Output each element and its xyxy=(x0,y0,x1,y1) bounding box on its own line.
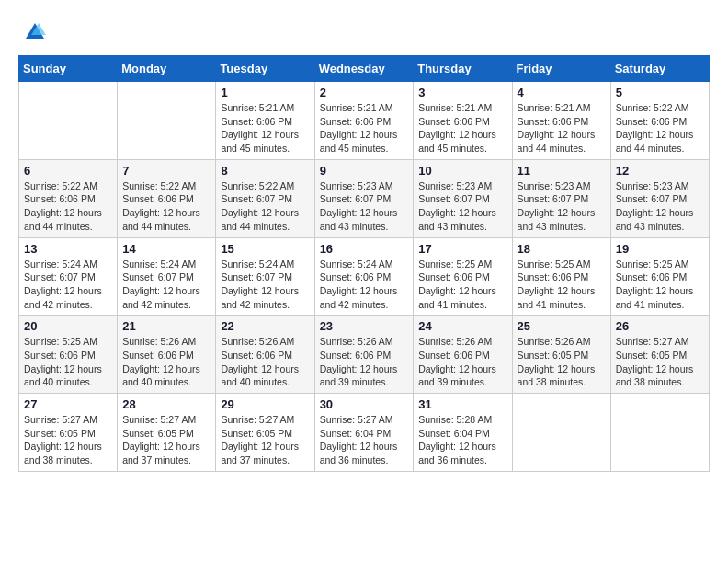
day-number: 1 xyxy=(221,86,309,99)
day-number: 28 xyxy=(122,397,210,411)
day-info: Sunrise: 5:25 AMSunset: 6:06 PMDaylight:… xyxy=(24,335,112,389)
calendar-cell: 8Sunrise: 5:22 AMSunset: 6:07 PMDaylight… xyxy=(216,159,314,237)
calendar-cell: 11Sunrise: 5:23 AMSunset: 6:07 PMDayligh… xyxy=(512,159,610,237)
calendar-cell: 14Sunrise: 5:24 AMSunset: 6:07 PMDayligh… xyxy=(118,237,216,316)
day-number: 22 xyxy=(221,319,309,333)
day-number: 7 xyxy=(122,164,210,178)
day-info: Sunrise: 5:24 AMSunset: 6:07 PMDaylight:… xyxy=(122,258,210,312)
day-info: Sunrise: 5:25 AMSunset: 6:06 PMDaylight:… xyxy=(418,258,506,312)
day-info: Sunrise: 5:22 AMSunset: 6:06 PMDaylight:… xyxy=(24,179,112,234)
calendar-week-4: 20Sunrise: 5:25 AMSunset: 6:06 PMDayligh… xyxy=(19,316,710,394)
calendar-cell: 29Sunrise: 5:27 AMSunset: 6:05 PMDayligh… xyxy=(216,394,314,472)
calendar-body: 1Sunrise: 5:21 AMSunset: 6:06 PMDaylight… xyxy=(19,82,710,472)
day-info: Sunrise: 5:27 AMSunset: 6:05 PMDaylight:… xyxy=(122,413,210,467)
day-info: Sunrise: 5:27 AMSunset: 6:04 PMDaylight:… xyxy=(320,413,409,467)
day-number: 21 xyxy=(122,319,210,333)
calendar-cell: 21Sunrise: 5:26 AMSunset: 6:06 PMDayligh… xyxy=(118,316,216,394)
day-info: Sunrise: 5:26 AMSunset: 6:05 PMDaylight:… xyxy=(518,335,606,389)
day-info: Sunrise: 5:23 AMSunset: 6:07 PMDaylight:… xyxy=(418,179,506,234)
day-number: 2 xyxy=(320,86,409,99)
calendar-cell xyxy=(512,394,610,472)
calendar-cell: 13Sunrise: 5:24 AMSunset: 6:07 PMDayligh… xyxy=(19,237,118,316)
day-info: Sunrise: 5:22 AMSunset: 6:07 PMDaylight:… xyxy=(221,179,309,234)
calendar-week-5: 27Sunrise: 5:27 AMSunset: 6:05 PMDayligh… xyxy=(19,394,710,472)
day-number: 20 xyxy=(24,319,112,333)
calendar-cell: 20Sunrise: 5:25 AMSunset: 6:06 PMDayligh… xyxy=(19,316,118,394)
day-number: 9 xyxy=(320,164,409,178)
day-info: Sunrise: 5:25 AMSunset: 6:06 PMDaylight:… xyxy=(616,258,704,312)
day-info: Sunrise: 5:27 AMSunset: 6:05 PMDaylight:… xyxy=(24,413,112,467)
day-number: 31 xyxy=(418,397,506,411)
day-info: Sunrise: 5:27 AMSunset: 6:05 PMDaylight:… xyxy=(221,413,309,467)
day-number: 27 xyxy=(24,397,112,411)
day-info: Sunrise: 5:21 AMSunset: 6:06 PMDaylight:… xyxy=(221,101,309,155)
calendar-header-tuesday: Tuesday xyxy=(216,56,314,82)
day-number: 30 xyxy=(320,397,409,411)
calendar-cell: 30Sunrise: 5:27 AMSunset: 6:04 PMDayligh… xyxy=(314,394,414,472)
logo-icon xyxy=(18,18,46,46)
calendar-cell xyxy=(118,82,216,160)
calendar-cell: 3Sunrise: 5:21 AMSunset: 6:06 PMDaylight… xyxy=(414,82,512,160)
calendar-cell xyxy=(610,394,709,472)
calendar-cell: 16Sunrise: 5:24 AMSunset: 6:06 PMDayligh… xyxy=(314,237,414,316)
calendar-cell: 1Sunrise: 5:21 AMSunset: 6:06 PMDaylight… xyxy=(216,82,314,160)
day-info: Sunrise: 5:26 AMSunset: 6:06 PMDaylight:… xyxy=(320,335,409,389)
day-number: 10 xyxy=(418,164,506,178)
day-info: Sunrise: 5:27 AMSunset: 6:05 PMDaylight:… xyxy=(616,335,704,389)
calendar-header-monday: Monday xyxy=(118,56,216,82)
day-number: 26 xyxy=(616,319,704,333)
calendar-cell: 12Sunrise: 5:23 AMSunset: 6:07 PMDayligh… xyxy=(610,159,709,237)
calendar-cell: 17Sunrise: 5:25 AMSunset: 6:06 PMDayligh… xyxy=(414,237,512,316)
day-number: 13 xyxy=(24,242,112,256)
calendar-cell: 24Sunrise: 5:26 AMSunset: 6:06 PMDayligh… xyxy=(414,316,512,394)
day-number: 29 xyxy=(221,397,309,411)
calendar-cell: 4Sunrise: 5:21 AMSunset: 6:06 PMDaylight… xyxy=(512,82,610,160)
day-number: 16 xyxy=(320,242,409,256)
calendar-cell: 7Sunrise: 5:22 AMSunset: 6:06 PMDaylight… xyxy=(118,159,216,237)
calendar-cell: 5Sunrise: 5:22 AMSunset: 6:06 PMDaylight… xyxy=(610,82,709,160)
calendar-cell: 15Sunrise: 5:24 AMSunset: 6:07 PMDayligh… xyxy=(216,237,314,316)
day-number: 17 xyxy=(418,242,506,256)
calendar-cell: 6Sunrise: 5:22 AMSunset: 6:06 PMDaylight… xyxy=(19,159,118,237)
calendar: SundayMondayTuesdayWednesdayThursdayFrid… xyxy=(18,55,710,472)
day-info: Sunrise: 5:26 AMSunset: 6:06 PMDaylight:… xyxy=(221,335,309,389)
calendar-cell: 26Sunrise: 5:27 AMSunset: 6:05 PMDayligh… xyxy=(610,316,709,394)
day-info: Sunrise: 5:28 AMSunset: 6:04 PMDaylight:… xyxy=(418,413,506,467)
calendar-header-saturday: Saturday xyxy=(610,56,709,82)
day-info: Sunrise: 5:21 AMSunset: 6:06 PMDaylight:… xyxy=(418,101,506,155)
day-number: 18 xyxy=(518,242,606,256)
calendar-cell: 18Sunrise: 5:25 AMSunset: 6:06 PMDayligh… xyxy=(512,237,610,316)
calendar-cell: 28Sunrise: 5:27 AMSunset: 6:05 PMDayligh… xyxy=(118,394,216,472)
day-info: Sunrise: 5:21 AMSunset: 6:06 PMDaylight:… xyxy=(518,101,606,155)
logo xyxy=(18,18,50,46)
day-number: 4 xyxy=(518,86,606,99)
day-number: 11 xyxy=(518,164,606,178)
day-number: 19 xyxy=(616,242,704,256)
day-number: 8 xyxy=(221,164,309,178)
calendar-week-3: 13Sunrise: 5:24 AMSunset: 6:07 PMDayligh… xyxy=(19,237,710,316)
calendar-week-1: 1Sunrise: 5:21 AMSunset: 6:06 PMDaylight… xyxy=(19,82,710,160)
calendar-header-row: SundayMondayTuesdayWednesdayThursdayFrid… xyxy=(19,56,710,82)
day-number: 6 xyxy=(24,164,112,178)
day-number: 25 xyxy=(518,319,606,333)
day-number: 23 xyxy=(320,319,409,333)
calendar-cell: 19Sunrise: 5:25 AMSunset: 6:06 PMDayligh… xyxy=(610,237,709,316)
day-info: Sunrise: 5:25 AMSunset: 6:06 PMDaylight:… xyxy=(518,258,606,312)
calendar-week-2: 6Sunrise: 5:22 AMSunset: 6:06 PMDaylight… xyxy=(19,159,710,237)
day-info: Sunrise: 5:24 AMSunset: 6:07 PMDaylight:… xyxy=(24,258,112,312)
day-info: Sunrise: 5:24 AMSunset: 6:07 PMDaylight:… xyxy=(221,258,309,312)
day-number: 3 xyxy=(418,86,506,99)
day-info: Sunrise: 5:23 AMSunset: 6:07 PMDaylight:… xyxy=(616,179,704,234)
day-info: Sunrise: 5:21 AMSunset: 6:06 PMDaylight:… xyxy=(320,101,409,155)
calendar-cell: 10Sunrise: 5:23 AMSunset: 6:07 PMDayligh… xyxy=(414,159,512,237)
calendar-header-friday: Friday xyxy=(512,56,610,82)
day-number: 12 xyxy=(616,164,704,178)
calendar-cell: 2Sunrise: 5:21 AMSunset: 6:06 PMDaylight… xyxy=(314,82,414,160)
day-info: Sunrise: 5:23 AMSunset: 6:07 PMDaylight:… xyxy=(518,179,606,234)
day-info: Sunrise: 5:24 AMSunset: 6:06 PMDaylight:… xyxy=(320,258,409,312)
day-info: Sunrise: 5:22 AMSunset: 6:06 PMDaylight:… xyxy=(616,101,704,155)
calendar-header-thursday: Thursday xyxy=(414,56,512,82)
calendar-cell: 9Sunrise: 5:23 AMSunset: 6:07 PMDaylight… xyxy=(314,159,414,237)
calendar-cell: 25Sunrise: 5:26 AMSunset: 6:05 PMDayligh… xyxy=(512,316,610,394)
calendar-cell: 23Sunrise: 5:26 AMSunset: 6:06 PMDayligh… xyxy=(314,316,414,394)
